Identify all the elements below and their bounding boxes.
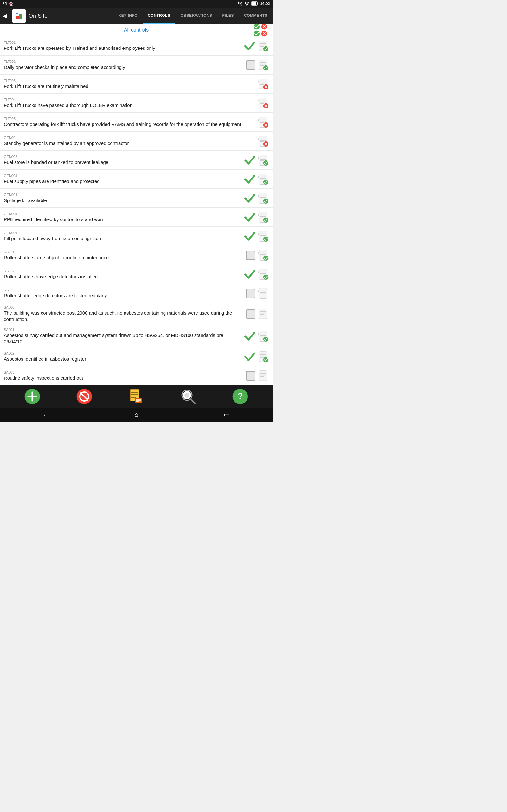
scroll-icon-container[interactable] [257,59,269,71]
control-item[interactable]: FLT005Contractors operating fork lift tr… [0,113,273,132]
checkbox-empty[interactable] [246,309,256,319]
scroll-icon-container[interactable] [257,331,269,342]
scroll-icon-container[interactable] [257,136,269,147]
back-button[interactable]: ◀ [0,12,9,19]
search-button[interactable] [180,388,196,405]
checkbox-empty[interactable] [246,371,256,380]
control-actions [244,173,269,185]
check-icon[interactable] [244,351,256,362]
check-icon[interactable] [244,231,256,242]
control-item[interactable]: FLT003Fork Lift Trucks are routinely mai… [0,74,273,94]
scroll-icon-container[interactable] [257,193,269,204]
checkbox-empty[interactable] [246,289,256,298]
control-actions [244,331,269,342]
filter-title[interactable]: All controls [124,27,149,33]
tab-controls[interactable]: CONTROLS [143,8,175,24]
control-actions [244,351,269,362]
help-button[interactable]: ? [232,388,248,405]
checkbox-empty[interactable] [246,60,256,70]
green-check-filter-icon-2[interactable] [253,31,260,37]
tab-files[interactable]: FILES [217,8,239,24]
green-check-filter-icon[interactable] [253,23,260,30]
scroll-icon-container[interactable] [257,231,269,242]
control-item[interactable]: GEN006Fill point located away from sourc… [0,227,273,246]
scroll-check-badge [263,217,269,223]
tab-observations[interactable]: OBSERVATIONS [175,8,217,24]
check-icon[interactable] [244,331,256,342]
scroll-icon-container[interactable] [257,40,269,52]
control-code: SA000 [4,305,243,309]
control-item[interactable]: FLT002Daily operator checks in place and… [0,55,273,74]
site-label: On Site [29,13,51,19]
block-button[interactable] [76,388,93,405]
control-item[interactable]: RS002Roller shutters have edge detectors… [0,265,273,284]
tab-comments[interactable]: COMMENTS [239,8,273,24]
back-sys-button[interactable]: ← [43,411,49,418]
tab-key-info[interactable]: KEY INFO [113,8,143,24]
scroll-icon-no-badge[interactable] [257,370,269,382]
scroll-icon-container[interactable] [257,250,269,261]
filter-icons [253,23,268,37]
control-item[interactable]: GEN005PPE required identified by contrac… [0,208,273,227]
check-icon[interactable] [244,173,256,185]
scroll-cross-badge [263,122,269,128]
control-item[interactable]: FLT001Fork Lift Trucks are operated by T… [0,37,273,55]
scroll-icon-container[interactable] [257,173,269,185]
svg-rect-105 [259,288,267,298]
scroll-icon-no-badge[interactable] [257,308,269,320]
control-item[interactable]: SA002Asbestos identified in asbestos reg… [0,347,273,366]
control-code: FLT005 [4,117,241,120]
check-icon[interactable] [244,212,256,223]
control-code: GEN003 [4,174,241,177]
checkbox-empty[interactable] [246,251,256,260]
scroll-icon-container[interactable] [257,154,269,166]
scroll-icon-container[interactable] [257,97,269,109]
control-code: FLT001 [4,41,241,44]
scroll-icon-container[interactable] [257,78,269,90]
control-item[interactable]: SA001Asbestos survey carried out and man… [0,325,273,347]
scroll-check-badge [263,179,269,185]
control-item[interactable]: RS001Roller shutters are subject to rout… [0,246,273,265]
scroll-icon-no-badge[interactable] [257,288,269,299]
scroll-check-badge [263,274,269,280]
check-icon[interactable] [244,193,256,204]
scroll-icon-container[interactable] [257,269,269,280]
control-item[interactable]: GEN002Fuel store is bunded or tanked to … [0,151,273,170]
control-description: Standby generator is maintained by an ap… [4,141,129,146]
red-cross-filter-icon-2[interactable] [261,31,268,37]
control-item[interactable]: GEN003Fuel supply pipes are identified a… [0,170,273,189]
svg-point-151 [184,393,189,398]
control-item[interactable]: GEN004Spillage kit available [0,189,273,208]
svg-rect-139 [131,392,137,393]
scroll-check-badge [263,357,269,362]
home-sys-button[interactable]: ⌂ [134,411,138,418]
scroll-icon-container[interactable] [257,116,269,128]
control-description: Roller shutters are subject to routine m… [4,255,109,260]
red-cross-filter-icon[interactable] [261,23,268,30]
control-item[interactable]: GEN001Standby generator is maintained by… [0,132,273,151]
svg-rect-127 [259,370,267,380]
svg-rect-8 [19,14,22,19]
notes-button[interactable] [128,388,145,405]
add-button[interactable] [24,388,41,405]
control-item[interactable]: FLT004Fork Lift Trucks have passed a tho… [0,94,273,113]
control-item[interactable]: SA000The building was constructed post 2… [0,303,273,325]
scroll-icon-container[interactable] [257,351,269,362]
control-code: GEN006 [4,231,241,235]
app-logo [12,9,26,23]
control-code: FLT003 [4,79,241,83]
control-actions [244,40,269,52]
check-icon[interactable] [244,269,256,280]
check-icon[interactable] [244,154,256,166]
control-item[interactable]: SA003Routine safety inspections carried … [0,366,273,386]
control-code: SA001 [4,328,241,332]
recent-sys-button[interactable]: ▭ [224,411,230,418]
svg-rect-4 [252,2,257,5]
control-item[interactable]: RS003Roller shutter edge detectors are t… [0,284,273,303]
scroll-icon-container[interactable] [257,212,269,223]
controls-list: FLT001Fork Lift Trucks are operated by T… [0,37,273,386]
check-icon[interactable] [244,40,256,52]
scroll-check-badge [263,160,269,166]
control-description: Roller shutters have edge detectors inst… [4,274,98,279]
control-text: FLT004Fork Lift Trucks have passed a tho… [4,98,244,108]
